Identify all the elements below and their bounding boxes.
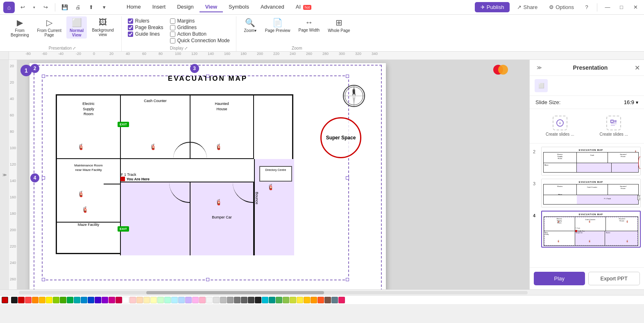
create-slides-ai-button[interactable]: + Create slides ... — [533, 113, 587, 139]
gridlines-input[interactable] — [170, 25, 175, 30]
guide-lines-input[interactable] — [128, 32, 133, 37]
tab-ai[interactable]: AI hot — [290, 2, 317, 12]
color-swatch[interactable] — [88, 297, 94, 303]
color-swatch[interactable] — [283, 297, 289, 303]
minimize-button[interactable]: — — [602, 2, 613, 13]
handle-top[interactable] — [206, 75, 209, 78]
rulers-input[interactable] — [128, 18, 133, 24]
scroll-track[interactable] — [19, 291, 528, 294]
handle-left[interactable] — [42, 176, 45, 180]
page-width-button[interactable]: ↔ Page Width — [295, 16, 323, 34]
scroll-thumb[interactable] — [146, 291, 324, 294]
color-swatch[interactable] — [25, 297, 32, 303]
tab-insert[interactable]: Insert — [147, 2, 172, 12]
home-button[interactable]: ⌂ — [3, 2, 15, 13]
slide-thumb-2[interactable]: EVACUATION MAP ElectricSupplyRoom Cash H… — [541, 147, 641, 175]
action-button-input[interactable] — [170, 32, 175, 37]
color-swatch[interactable] — [81, 297, 87, 303]
normal-view-button[interactable]: ⬜ NormalView — [66, 16, 87, 39]
close-button[interactable]: ✕ — [630, 2, 641, 13]
page-breaks-checkbox[interactable]: Page Breaks — [128, 25, 163, 30]
color-swatch[interactable] — [129, 297, 136, 303]
color-swatch[interactable] — [297, 297, 303, 303]
undo-dropdown[interactable]: ▾ — [29, 2, 39, 13]
color-swatch[interactable] — [18, 297, 25, 303]
more-dropdown[interactable]: ▾ — [99, 2, 109, 13]
right-panel-close-btn[interactable]: ✕ — [635, 64, 640, 72]
color-swatch[interactable] — [311, 297, 317, 303]
color-swatch[interactable] — [213, 297, 220, 303]
color-swatch[interactable] — [304, 297, 310, 303]
margins-checkbox[interactable]: Margins — [170, 18, 230, 24]
color-swatch[interactable] — [143, 297, 150, 303]
color-swatch[interactable] — [102, 297, 108, 303]
undo-button[interactable]: ↩ — [17, 2, 28, 13]
color-swatch[interactable] — [192, 297, 199, 303]
color-swatch[interactable] — [324, 297, 331, 303]
panel-presentation-icon[interactable]: ⬜ — [535, 79, 548, 92]
color-swatch[interactable] — [39, 297, 45, 303]
handle-bottom-left[interactable] — [42, 278, 45, 281]
quick-connection-input[interactable] — [170, 38, 175, 43]
print-button[interactable]: 🖨 — [73, 2, 83, 13]
help-button[interactable]: ? — [581, 2, 592, 13]
right-panel-collapse[interactable]: ≫ — [534, 62, 544, 73]
background-view-button[interactable]: 🖼 Backgroundview — [88, 16, 117, 38]
page-breaks-input[interactable] — [128, 25, 133, 30]
from-current-page-button[interactable]: ▷ From CurrentPage — [34, 16, 64, 39]
tab-home[interactable]: Home — [121, 2, 147, 12]
slide-thumb-3[interactable]: EVACUATION MAP Cash Counter HauntedHouse… — [541, 179, 641, 207]
tab-advanced[interactable]: Advanced — [255, 2, 290, 12]
share-icon-button[interactable]: ⬆ — [86, 2, 96, 13]
color-swatch[interactable] — [46, 297, 52, 303]
color-swatch[interactable] — [276, 297, 282, 303]
color-swatch[interactable] — [317, 297, 324, 303]
handle-bottom-right[interactable] — [346, 278, 349, 281]
save-button[interactable]: 💾 — [59, 2, 70, 13]
redo-button[interactable]: ↪ — [40, 2, 51, 13]
margins-input[interactable] — [170, 18, 175, 24]
quick-connection-checkbox[interactable]: Quick Connection Mode — [170, 38, 230, 43]
handle-bottom[interactable] — [206, 278, 209, 281]
slide-thumb-4[interactable]: EVACUATION MAP ElectricSupplyRoom Cash C… — [541, 211, 641, 248]
handle-top-left[interactable] — [42, 75, 45, 78]
color-swatch[interactable] — [67, 297, 73, 303]
color-swatch[interactable] — [32, 297, 39, 303]
rulers-checkbox[interactable]: Rulers — [128, 18, 163, 24]
handle-right[interactable] — [346, 176, 349, 180]
color-swatch[interactable] — [331, 297, 338, 303]
display-group-arrow[interactable]: ⤢ — [184, 46, 188, 50]
color-swatch[interactable] — [234, 297, 240, 303]
color-swatch[interactable] — [95, 297, 101, 303]
color-swatch[interactable] — [109, 297, 115, 303]
color-swatch[interactable] — [338, 297, 345, 303]
color-swatch[interactable] — [171, 297, 178, 303]
publish-button[interactable]: ✈ Publish — [475, 2, 510, 12]
active-color-indicator[interactable] — [2, 297, 8, 303]
slide-canvas[interactable]: EVACUATION MAP ElectricSupplyRoom 🧯 — [29, 63, 386, 289]
zoom-button[interactable]: 🔍 Zoom▾ — [240, 16, 260, 34]
color-swatch[interactable] — [255, 297, 261, 303]
color-swatch[interactable] — [136, 297, 143, 303]
action-button-checkbox[interactable]: Action Button — [170, 31, 230, 37]
color-swatch[interactable] — [122, 297, 129, 303]
create-slides-template-button[interactable]: Create slides ... — [587, 113, 641, 139]
tab-view[interactable]: View — [200, 2, 223, 12]
color-swatch[interactable] — [199, 297, 206, 303]
color-swatch[interactable] — [241, 297, 247, 303]
left-panel-toggle[interactable]: ≫ — [0, 60, 9, 289]
tab-design[interactable]: Design — [171, 2, 199, 12]
color-swatch[interactable] — [290, 297, 296, 303]
color-swatch[interactable] — [53, 297, 59, 303]
color-swatch[interactable] — [116, 297, 122, 303]
color-swatch[interactable] — [157, 297, 164, 303]
color-swatch[interactable] — [185, 297, 192, 303]
gridlines-checkbox[interactable]: Gridlines — [170, 25, 230, 30]
color-swatch[interactable] — [11, 297, 18, 303]
whole-page-button[interactable]: ⊞ Whole Page — [324, 16, 353, 34]
color-swatch[interactable] — [269, 297, 275, 303]
slide-size-selector[interactable]: 16:9 ▾ — [624, 99, 638, 105]
export-ppt-button[interactable]: Export PPT — [588, 272, 640, 285]
color-swatch[interactable] — [74, 297, 80, 303]
handle-top-right[interactable] — [346, 75, 349, 78]
